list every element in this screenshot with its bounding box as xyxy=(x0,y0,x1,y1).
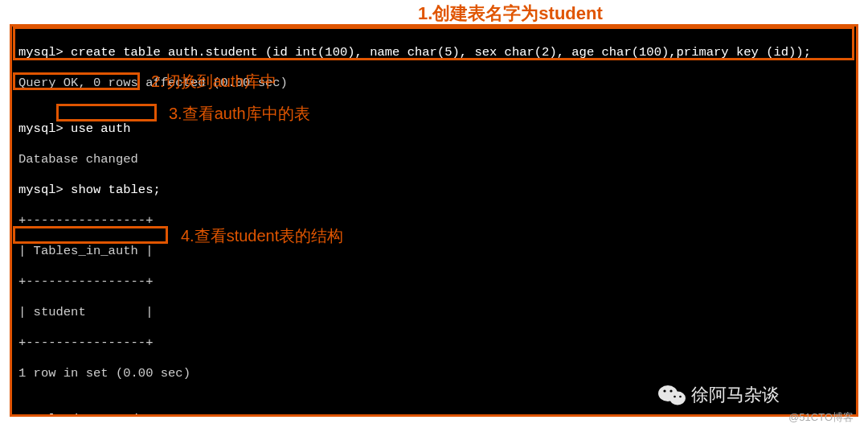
tbl-border: +----------------+ xyxy=(18,274,850,290)
wechat-watermark: 徐阿马杂谈 xyxy=(657,383,780,407)
resp-use: Database changed xyxy=(18,152,850,167)
cmd-desc: desc student; xyxy=(63,412,168,417)
annotation-2: 2.切换到auth库中 xyxy=(151,71,276,93)
svg-point-4 xyxy=(674,396,676,398)
tbl-border: +----------------+ xyxy=(18,335,850,351)
cto-watermark: @51CTO博客 xyxy=(788,410,854,425)
resp-create: Query OK, 0 rows affected (0.00 sec) xyxy=(18,76,850,91)
resp-show: 1 row in set (0.00 sec) xyxy=(18,366,850,381)
prompt: mysql> xyxy=(18,183,63,197)
svg-point-1 xyxy=(669,392,686,405)
tbl-row: | student | xyxy=(18,305,850,320)
cmd-use: use auth xyxy=(63,121,131,136)
tbl-header: | Tables_in_auth | xyxy=(18,244,850,259)
cmd-create: create table auth.student (id int(100), … xyxy=(63,45,811,60)
wechat-icon xyxy=(657,383,686,407)
svg-point-2 xyxy=(663,389,665,392)
annotation-4: 4.查看student表的结构 xyxy=(181,225,343,247)
cmd-show: show tables; xyxy=(63,183,161,197)
svg-point-3 xyxy=(669,389,672,392)
annotation-3: 3.查看auth库中的表 xyxy=(169,103,310,125)
terminal-window[interactable]: mysql> create table auth.student (id int… xyxy=(10,24,858,417)
heading-label: 1.创建表名字为student xyxy=(418,2,603,26)
prompt: mysql> xyxy=(18,121,63,136)
wechat-label: 徐阿马杂谈 xyxy=(691,383,780,407)
tbl-border: +----------------+ xyxy=(18,213,850,228)
prompt: mysql> xyxy=(18,412,63,417)
prompt: mysql> xyxy=(18,45,63,60)
svg-point-5 xyxy=(679,396,682,398)
